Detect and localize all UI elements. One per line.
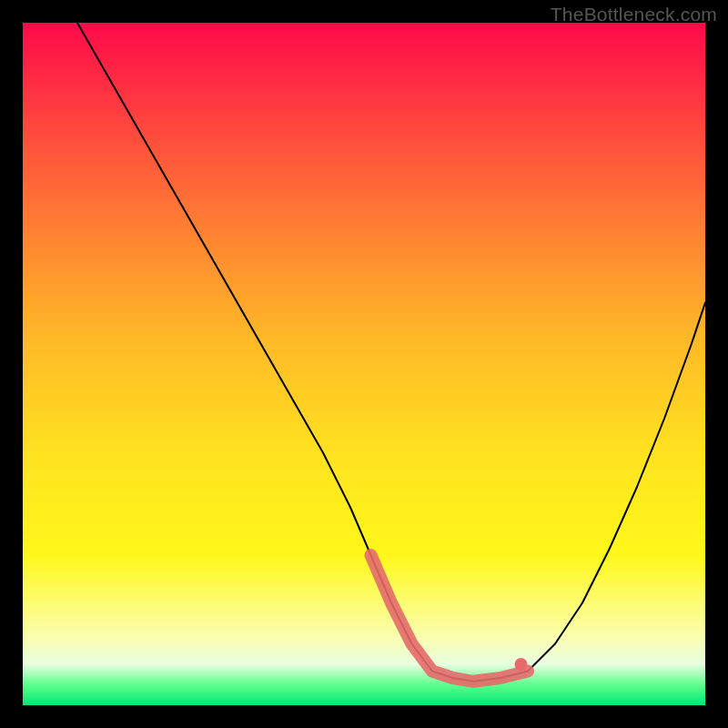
optimal-range-highlight	[371, 555, 529, 682]
plot-area	[23, 23, 705, 705]
curve-layer	[23, 23, 705, 705]
chart-frame: TheBottleneck.com	[0, 0, 728, 728]
watermark-text: TheBottleneck.com	[551, 4, 717, 25]
highlight-end-dot	[515, 658, 528, 671]
bottleneck-curve	[77, 23, 705, 682]
